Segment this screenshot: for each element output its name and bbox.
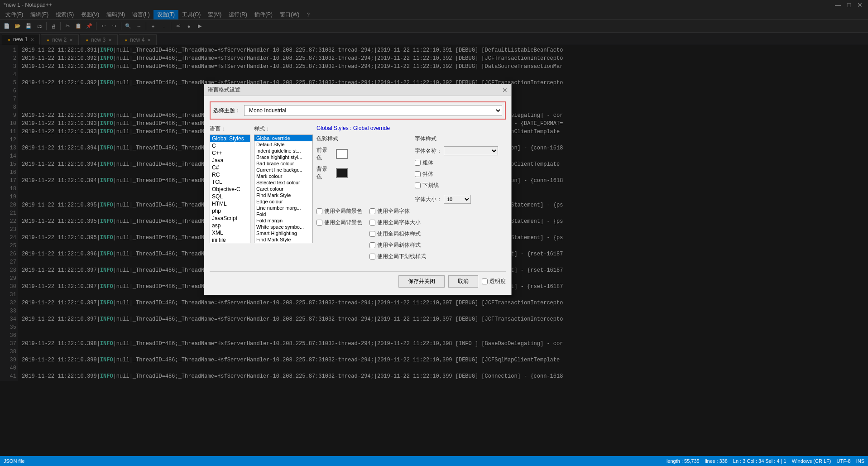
style-list-item[interactable]: Fold	[254, 211, 312, 217]
style-list-item[interactable]: Brace highlight styl...	[254, 154, 312, 160]
global-checks-col-right: 使用全局字体 使用全局字体大小 使用全局粗体样式	[369, 207, 426, 262]
fg-color-swatch[interactable]	[336, 149, 348, 159]
style-list[interactable]: Global overrideDefault StyleIndent guide…	[254, 135, 313, 243]
bg-label: 背景色	[317, 165, 332, 181]
language-list-item[interactable]: Global Styles	[210, 135, 250, 142]
theme-select[interactable]: Mono Industrial Default Obsidian Deep Bl…	[244, 105, 502, 116]
language-list-item[interactable]: HTML	[210, 200, 250, 207]
language-list-item[interactable]: JavaScript	[210, 215, 250, 222]
language-list-item[interactable]: ini file	[210, 236, 250, 243]
use-font-size-checkbox[interactable]	[369, 220, 375, 226]
transparent-row: 透明度	[482, 278, 506, 285]
bold-checkbox[interactable]	[415, 160, 421, 166]
global-styles-title: Global Styles : Global override	[317, 125, 506, 131]
ins-mode: INS	[856, 458, 864, 464]
language-list-item[interactable]: Java	[210, 157, 250, 164]
use-underline-row: 使用全局下划线样式	[369, 253, 426, 260]
style-list-item[interactable]: Line number marg...	[254, 205, 312, 211]
use-fg-row: 使用全局前景色	[317, 207, 362, 215]
file-type: JSON file	[4, 458, 24, 464]
style-list-item[interactable]: Global override	[254, 135, 312, 141]
transparent-checkbox[interactable]	[482, 279, 488, 284]
style-list-item[interactable]: Fold margin	[254, 217, 312, 224]
font-size-label: 字体大小：	[415, 196, 442, 203]
language-list-item[interactable]: C	[210, 142, 250, 149]
style-list-item[interactable]: Default Style	[254, 141, 312, 148]
use-italic-label: 使用全局斜体样式	[377, 241, 421, 249]
style-list-item[interactable]: Bad brace colour	[254, 160, 312, 167]
use-fg-label: 使用全局前景色	[324, 207, 362, 215]
position-info: Ln : 3 Col : 34 Sel : 4 | 1	[733, 458, 786, 464]
fg-row: 前景色	[317, 146, 408, 162]
language-list-item[interactable]: asp	[210, 222, 250, 229]
use-bold-row: 使用全局粗体样式	[369, 230, 426, 238]
use-font-checkbox[interactable]	[369, 208, 375, 214]
style-list-item[interactable]: Find Mark Style	[254, 236, 312, 243]
font-size-row: 字体大小： 10 8 9 11 12 14	[415, 195, 506, 204]
use-bg-label: 使用全局背景色	[324, 219, 362, 226]
theme-row: 选择主题： Mono Industrial Default Obsidian D…	[210, 101, 506, 120]
underline-checkbox[interactable]	[415, 183, 421, 188]
language-list-item[interactable]: TCL	[210, 178, 250, 186]
save-close-button[interactable]: 保存并关闭	[398, 275, 445, 288]
style-list-item[interactable]: White space symbo...	[254, 224, 312, 230]
encoding-info: UTF-8	[836, 458, 850, 464]
style-list-item[interactable]: Mark colour	[254, 173, 312, 179]
use-underline-checkbox[interactable]	[369, 254, 375, 259]
style-list-item[interactable]: Find Mark Style	[254, 192, 312, 198]
use-font-size-row: 使用全局字体大小	[369, 219, 426, 226]
dialog-body: 选择主题： Mono Industrial Default Obsidian D…	[204, 96, 511, 295]
font-size-select[interactable]: 10 8 9 11 12 14	[444, 195, 471, 204]
global-checks-col-left: 使用全局前景色 使用全局背景色	[317, 207, 362, 262]
style-list-item[interactable]: Indent guideline st...	[254, 148, 312, 154]
bold-label: 粗体	[422, 159, 433, 167]
underline-row: 下划线	[415, 182, 506, 189]
dialog-close-button[interactable]: ✕	[502, 86, 508, 94]
language-list-item[interactable]: SQL	[210, 193, 250, 200]
style-settings-dialog: 语言格式设置 ✕ 选择主题： Mono Industrial Default O…	[204, 84, 512, 295]
status-left: JSON file	[4, 458, 24, 464]
font-name-label: 字体名称：	[415, 147, 442, 155]
use-underline-label: 使用全局下划线样式	[377, 253, 426, 260]
font-name-select[interactable]	[444, 146, 498, 155]
use-bg-checkbox[interactable]	[317, 220, 322, 226]
color-section: 色彩样式 前景色 背景色	[317, 135, 408, 204]
dialog-title: 语言格式设置	[208, 86, 240, 94]
use-fg-checkbox[interactable]	[317, 208, 322, 214]
style-list-item[interactable]: Selected text colour	[254, 179, 312, 186]
language-list-item[interactable]: RC	[210, 171, 250, 178]
language-list-item[interactable]: XML	[210, 229, 250, 236]
status-right: length : 55,735 lines : 338 Ln : 3 Col :…	[667, 458, 864, 464]
lines-info: lines : 338	[705, 458, 728, 464]
language-list[interactable]: Global StylesCC++JavaC#RCTCLObjective-CS…	[210, 135, 250, 243]
language-list-item[interactable]: php	[210, 207, 250, 215]
style-list-item[interactable]: Mark Style 1	[254, 243, 312, 243]
style-list-item[interactable]: Caret colour	[254, 186, 312, 192]
language-panel: 语言： Global StylesCC++JavaC#RCTCLObjectiv…	[210, 125, 250, 267]
style-list-item[interactable]: Edge colour	[254, 198, 312, 205]
bg-color-swatch[interactable]	[336, 168, 348, 178]
style-list-item[interactable]: Smart Highlighting	[254, 230, 312, 236]
language-label: 语言：	[210, 125, 250, 133]
dialog-overlay: 语言格式设置 ✕ 选择主题： Mono Industrial Default O…	[0, 0, 868, 456]
use-bold-checkbox[interactable]	[369, 231, 375, 237]
use-italic-checkbox[interactable]	[369, 242, 375, 248]
language-list-item[interactable]: C#	[210, 164, 250, 171]
cancel-button[interactable]: 取消	[448, 275, 478, 288]
style-list-item[interactable]: Current line backgr...	[254, 167, 312, 173]
use-bold-label: 使用全局粗体样式	[377, 230, 421, 238]
color-section-title: 色彩样式	[317, 135, 408, 143]
italic-checkbox[interactable]	[415, 171, 421, 177]
font-section: 字体样式 字体名称： 粗体	[415, 135, 506, 204]
language-list-item[interactable]: Objective-C	[210, 186, 250, 193]
use-italic-row: 使用全局斜体样式	[369, 241, 426, 249]
use-font-row: 使用全局字体	[369, 207, 426, 215]
font-name-row: 字体名称：	[415, 146, 506, 155]
status-bar: JSON file length : 55,735 lines : 338 Ln…	[0, 456, 868, 466]
theme-label: 选择主题：	[213, 107, 240, 115]
italic-label: 斜体	[422, 170, 433, 178]
language-list-item[interactable]: C++	[210, 149, 250, 157]
use-font-label: 使用全局字体	[377, 207, 410, 215]
dialog-columns: 语言： Global StylesCC++JavaC#RCTCLObjectiv…	[210, 125, 506, 267]
style-label: 样式：	[254, 125, 313, 133]
